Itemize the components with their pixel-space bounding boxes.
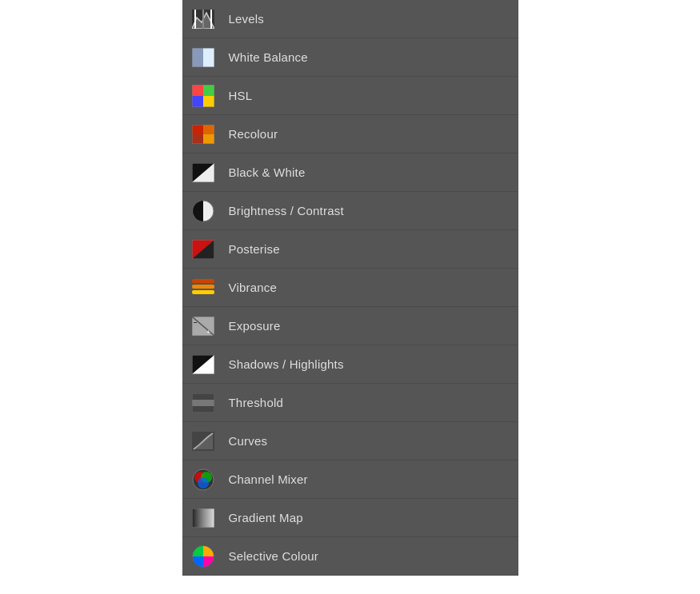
menu-item-levels[interactable]: Levels xyxy=(182,0,518,38)
black-white-icon xyxy=(192,161,214,184)
menu-item-selective-colour[interactable]: Selective Colour xyxy=(182,537,518,576)
brightness-contrast-label: Brightness / Contrast xyxy=(229,204,344,217)
menu-item-shadows-highlights[interactable]: Shadows / Highlights xyxy=(182,345,518,384)
svg-text:+: + xyxy=(206,329,210,336)
black-white-label: Black & White xyxy=(229,165,306,179)
menu-item-curves[interactable]: Curves xyxy=(182,422,518,460)
hsl-icon xyxy=(192,85,214,107)
white-balance-label: White Balance xyxy=(229,50,308,64)
svg-rect-26 xyxy=(192,279,214,283)
svg-rect-16 xyxy=(192,134,203,144)
svg-rect-11 xyxy=(192,96,203,107)
exposure-icon: − + xyxy=(192,315,214,337)
vibrance-icon xyxy=(192,277,214,299)
exposure-label: Exposure xyxy=(229,319,281,333)
adjustments-panel: Levels White Balance HSL xyxy=(182,0,518,576)
svg-rect-27 xyxy=(192,285,214,289)
menu-item-exposure[interactable]: − + Exposure xyxy=(182,307,518,345)
threshold-icon xyxy=(192,392,214,414)
levels-label: Levels xyxy=(229,12,265,26)
menu-item-brightness-contrast[interactable]: Brightness / Contrast xyxy=(182,192,518,230)
shadows-highlights-label: Shadows / Highlights xyxy=(229,357,344,371)
menu-item-vibrance[interactable]: Vibrance xyxy=(182,269,518,307)
menu-item-recolour[interactable]: Recolour xyxy=(182,115,518,153)
posterise-label: Posterise xyxy=(229,242,280,256)
svg-rect-38 xyxy=(192,393,214,400)
vibrance-label: Vibrance xyxy=(229,281,278,294)
svg-rect-9 xyxy=(192,85,203,96)
svg-text:−: − xyxy=(194,319,198,326)
svg-rect-7 xyxy=(203,48,214,67)
recolour-label: Recolour xyxy=(229,127,278,141)
threshold-label: Threshold xyxy=(229,396,284,409)
brightness-contrast-icon xyxy=(192,200,214,222)
levels-icon xyxy=(192,8,214,30)
curves-label: Curves xyxy=(229,434,268,448)
svg-rect-14 xyxy=(192,125,203,134)
hsl-label: HSL xyxy=(229,89,253,102)
curves-icon xyxy=(192,430,214,452)
svg-point-45 xyxy=(198,477,209,488)
menu-item-channel-mixer[interactable]: Channel Mixer xyxy=(182,460,518,499)
posterise-icon xyxy=(192,238,214,261)
white-balance-icon xyxy=(192,46,214,69)
svg-rect-15 xyxy=(203,125,214,134)
svg-rect-17 xyxy=(203,134,214,144)
recolour-icon xyxy=(192,123,214,146)
svg-rect-28 xyxy=(192,290,214,294)
gradient-map-label: Gradient Map xyxy=(229,511,303,524)
gradient-map-icon xyxy=(192,507,214,529)
svg-rect-10 xyxy=(203,85,214,96)
channel-mixer-icon xyxy=(192,468,214,491)
svg-rect-46 xyxy=(192,508,214,528)
channel-mixer-label: Channel Mixer xyxy=(229,472,308,486)
selective-colour-icon xyxy=(192,545,214,568)
menu-item-white-balance[interactable]: White Balance xyxy=(182,38,518,77)
menu-item-posterise[interactable]: Posterise xyxy=(182,230,518,269)
svg-rect-6 xyxy=(192,48,203,67)
svg-rect-39 xyxy=(192,406,214,413)
menu-item-gradient-map[interactable]: Gradient Map xyxy=(182,499,518,537)
shadows-highlights-icon xyxy=(192,353,214,376)
menu-item-hsl[interactable]: HSL xyxy=(182,77,518,115)
svg-rect-12 xyxy=(203,96,214,107)
selective-colour-label: Selective Colour xyxy=(229,549,318,563)
menu-item-threshold[interactable]: Threshold xyxy=(182,384,518,422)
menu-item-black-white[interactable]: Black & White xyxy=(182,153,518,192)
